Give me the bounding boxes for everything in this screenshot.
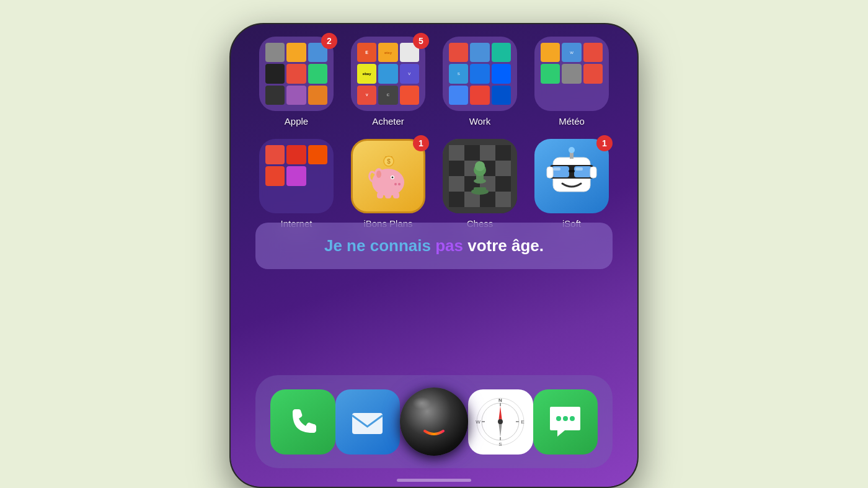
svg-rect-15	[449, 145, 464, 161]
svg-point-63	[556, 416, 561, 421]
svg-point-8	[392, 177, 394, 179]
work-folder[interactable]: S Work	[439, 37, 521, 126]
svg-text:$: $	[387, 158, 391, 165]
svg-rect-16	[464, 145, 480, 161]
power-button	[637, 136, 639, 185]
acheter-badge: 5	[413, 33, 429, 49]
siri-response-text: Je ne connais pas votre âge.	[274, 236, 594, 255]
svg-point-45	[569, 147, 575, 153]
internet-folder[interactable]: Internet	[255, 139, 337, 229]
ibons-icon: $	[351, 139, 425, 213]
svg-rect-30	[495, 192, 511, 207]
acheter-label: Acheter	[372, 116, 404, 126]
svg-rect-12	[385, 192, 391, 198]
svg-point-65	[570, 416, 575, 421]
svg-rect-18	[495, 145, 511, 161]
chess-icon	[443, 139, 517, 213]
meteo-folder-icon: W	[534, 37, 609, 111]
acheter-folder[interactable]: E etsy ebay V V C 5 Acheter	[347, 37, 429, 126]
svg-rect-26	[495, 176, 511, 192]
svg-text:E: E	[521, 419, 525, 425]
isoft-badge: 1	[596, 135, 613, 151]
acheter-folder-icon: E etsy ebay V V C	[351, 37, 425, 111]
phone-app-icon[interactable]	[270, 389, 335, 455]
svg-point-10	[376, 171, 381, 178]
svg-rect-47	[590, 167, 596, 178]
svg-point-5	[394, 183, 397, 185]
svg-point-4	[391, 180, 404, 190]
svg-point-6	[398, 183, 401, 185]
svg-rect-43	[575, 167, 583, 171]
svg-rect-17	[480, 145, 495, 161]
mail-app-icon[interactable]	[335, 389, 401, 455]
apple-badge: 2	[321, 33, 337, 49]
ibons-folder[interactable]: $	[347, 139, 429, 229]
chess-folder[interactable]: Chess	[439, 139, 521, 229]
svg-point-64	[563, 416, 568, 421]
phone-screen: 2 Apple E etsy ebay V V	[231, 24, 637, 487]
messages-app-icon[interactable]	[533, 389, 598, 455]
siri-text-bar: Je ne connais pas votre âge.	[255, 223, 613, 269]
meteo-label: Météo	[559, 116, 585, 126]
svg-rect-11	[377, 192, 383, 198]
siri-text-votre: votre âge.	[463, 236, 544, 255]
svg-rect-27	[449, 192, 464, 207]
work-label: Work	[469, 116, 491, 126]
svg-rect-13	[393, 192, 399, 198]
isoft-folder[interactable]: 1 iSoft	[531, 139, 613, 229]
safari-app-icon[interactable]: N S W E	[468, 389, 533, 455]
svg-point-58	[498, 419, 503, 424]
svg-rect-22	[495, 161, 511, 176]
siri-text-pas: pas	[435, 236, 463, 255]
svg-rect-48	[352, 413, 383, 434]
phone-body: 2 Apple E etsy ebay V V	[229, 23, 639, 488]
svg-text:N: N	[498, 397, 502, 403]
work-folder-icon: S	[443, 37, 517, 111]
siri-orb[interactable]	[400, 388, 468, 456]
siri-text-je: Je ne connais	[324, 236, 435, 255]
dock: N S W E	[255, 375, 613, 468]
internet-folder-icon	[259, 139, 334, 213]
home-indicator	[397, 479, 471, 482]
isoft-icon	[534, 139, 609, 213]
apple-label: Apple	[285, 116, 308, 126]
meteo-folder[interactable]: W Météo	[531, 37, 613, 126]
svg-rect-46	[547, 167, 553, 178]
svg-rect-19	[449, 161, 464, 176]
app-grid: 2 Apple E etsy ebay V V	[231, 37, 637, 229]
svg-text:S: S	[499, 441, 502, 447]
phone-container: 2 Apple E etsy ebay V V	[223, 0, 645, 488]
svg-rect-41	[569, 170, 575, 172]
svg-rect-32	[474, 187, 486, 192]
svg-text:W: W	[476, 419, 480, 425]
svg-rect-42	[553, 167, 560, 171]
apple-folder[interactable]: 2 Apple	[255, 37, 337, 126]
svg-point-36	[475, 161, 485, 171]
ibons-badge: 1	[413, 135, 429, 151]
apple-folder-icon	[259, 37, 334, 111]
svg-rect-23	[449, 176, 464, 192]
